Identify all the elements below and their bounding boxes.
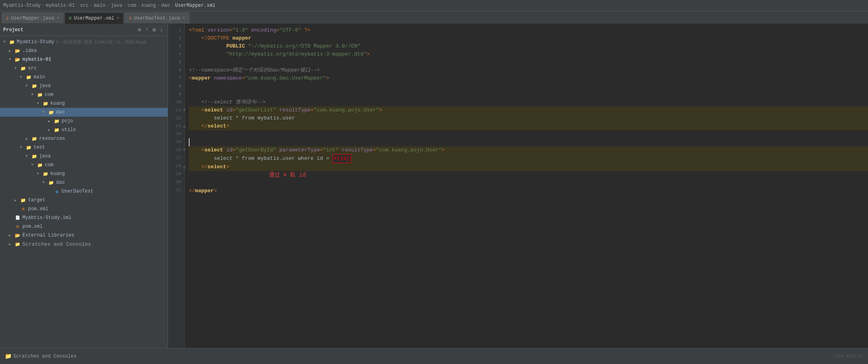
fold-arrow-18[interactable]: △ <box>183 163 186 171</box>
java-icon: J <box>6 16 9 21</box>
line-num-4: 4 <box>178 50 181 58</box>
id-val2: "getUserById" <box>236 146 276 154</box>
fold-arrow-16[interactable]: ▽ <box>183 146 186 154</box>
tree-label: Myabtis-Study.iml <box>22 215 71 221</box>
tree-item-utils[interactable]: ▶ 📁 utils <box>0 125 168 134</box>
tree-arrow: ▼ <box>26 84 31 88</box>
code-line-17: select * from mybatis.user where id = #{… <box>189 154 868 163</box>
tree-item-com[interactable]: ▼ 📁 com <box>0 90 168 99</box>
line-num-1: 1 <box>178 26 181 34</box>
breadcrumb-main[interactable]: main <box>94 3 106 8</box>
line-num-11: 11 <box>176 106 181 114</box>
lt: < <box>201 146 204 154</box>
folder-icon: 📁 <box>48 179 54 186</box>
folder-icon: 📂 <box>14 48 21 54</box>
scratches-text: Scratches and Consoles <box>13 354 76 359</box>
gt: > <box>326 74 329 82</box>
fold-arrow-13[interactable]: △ <box>183 122 186 130</box>
tree-item-external-libs[interactable]: ▶ 📂 External Libraries <box>0 231 168 240</box>
breadcrumb-mybatis-01[interactable]: mybatis-01 <box>46 3 75 8</box>
fold-arrow-11[interactable]: ▽ <box>183 106 186 114</box>
tab-usermapper-xml[interactable]: X UserMapper.xml × <box>64 12 124 24</box>
folder-icon: 📁 <box>48 109 54 115</box>
folder-icon: 📁 <box>37 91 43 98</box>
code-line-15 <box>189 138 868 146</box>
tab-close-usermapper-xml[interactable]: × <box>117 16 120 20</box>
tree-item-kuang[interactable]: ▼ 📁 kuang <box>0 99 168 108</box>
tree-item-main[interactable]: ▼ 📁 main <box>0 73 168 82</box>
tree-item-mybatis-01[interactable]: ▼ 📂 mybatis-01 <box>0 55 168 64</box>
line-num-19: 19 <box>176 170 181 178</box>
lt: < <box>201 106 204 114</box>
code-line-1: <?xml version="1.0" encoding="UTF-8" ?> <box>189 26 868 34</box>
version-attr: version <box>208 26 230 34</box>
tree-item-pom-xml[interactable]: m pom.xml <box>0 205 168 213</box>
eq2: = <box>320 146 323 154</box>
breadcrumb-sep-2: › <box>76 3 79 8</box>
line-num-15: 15 <box>176 138 181 146</box>
folder-icon: 📁 <box>54 127 60 133</box>
breadcrumb-java[interactable]: java <box>111 3 122 8</box>
line-num-16: 16 <box>176 146 181 154</box>
id-attr2: id <box>226 146 233 154</box>
tree-item-myabtis-study[interactable]: ▼ 📁 Myabtis-Study F:\班级管理\西开【19525】\2、代码… <box>0 38 168 46</box>
tree-item-java[interactable]: ▼ 📁 java <box>0 82 168 90</box>
tree-item-resources[interactable]: ▶ 📁 resources <box>0 134 168 143</box>
version-val: "1.0" <box>232 26 248 34</box>
tree-label: target <box>28 197 45 203</box>
tree-item-target[interactable]: ▶ 📁 target <box>0 196 168 205</box>
code-line-11: ▽ <select id="getUserList" resultType="c… <box>189 106 868 114</box>
tree-label: com <box>45 92 54 97</box>
prolog-end: ?> <box>304 26 311 34</box>
tree-item-scratches[interactable]: ▶ 📁 Scratches and Consoles <box>0 240 168 249</box>
tree-item-test-com[interactable]: ▼ 📁 com <box>0 161 168 169</box>
tree-item-test[interactable]: ▼ 📁 test <box>0 143 168 152</box>
tree-item-idea[interactable]: ▶ 📂 .idea <box>0 46 168 55</box>
breadcrumb-kuang[interactable]: kuang <box>142 3 156 8</box>
close-bracket: > <box>367 50 370 58</box>
tree-item-dao[interactable]: ▼ 📁 dao <box>0 108 168 117</box>
tree-arrow: ▼ <box>20 75 26 79</box>
tree-item-src[interactable]: ▼ 📁 src <box>0 64 168 73</box>
tree-arrow: ▶ <box>14 198 20 203</box>
sidebar-btn-expand[interactable]: ↓ <box>159 26 164 34</box>
breadcrumb-dao[interactable]: dao <box>161 3 170 8</box>
line-num-18: 18 <box>176 162 181 170</box>
tab-usermapper-java[interactable]: J UserMapper.java × <box>2 12 64 24</box>
tree-item-pojo[interactable]: ▶ 📁 pojo <box>0 117 168 125</box>
folder-icon: 📁 <box>9 39 15 45</box>
tree-path: F:\班级管理\西开【19525】\2、代码\Myab <box>56 39 147 45</box>
line-num-20: 20 <box>176 178 181 186</box>
indent <box>189 50 226 58</box>
line-num-8: 8 <box>178 82 181 90</box>
tree-item-test-kuang[interactable]: ▼ 📁 kuang <box>0 169 168 178</box>
sidebar-btn-settings[interactable]: ⚙ <box>151 26 157 34</box>
sidebar-btn-collapse[interactable]: ↑ <box>144 26 150 34</box>
folder-icon: 📁 <box>31 135 38 142</box>
tab-close-usermapper-java[interactable]: × <box>57 16 60 20</box>
tab-close-userdaotest[interactable]: × <box>182 16 185 20</box>
breadcrumb-src[interactable]: src <box>80 3 89 8</box>
rt-val: "com.kuang.pojo.User" <box>314 106 379 114</box>
namespace-comment: <!--namespace=绑定一个对应的Dao/Mapper接口--> <box>189 66 320 74</box>
breadcrumb-com[interactable]: com <box>128 3 136 8</box>
tree-item-test-dao[interactable]: ▼ 📁 dao <box>0 178 168 187</box>
tree-item-root-pom[interactable]: m pom.xml <box>0 222 168 231</box>
tab-userdaotest-java[interactable]: J UserDaoTest.java × <box>124 12 189 24</box>
sidebar-toolbar: ⊙ ↑ ⚙ ↓ <box>136 26 164 34</box>
rt-val2: "com.kuang.pojo.User" <box>376 146 442 154</box>
bottom-scratches[interactable]: 📁 Scratches and Consoles <box>5 353 76 360</box>
tree-item-test-java[interactable]: ▼ 📁 java <box>0 152 168 161</box>
tree-item-myabtis-iml[interactable]: 📄 Myabtis-Study.iml <box>0 213 168 222</box>
breadcrumb-myabtis-study[interactable]: Myabtis-Study <box>3 3 41 8</box>
folder-icon: 📁 <box>31 83 38 89</box>
tree-arrow: ▶ <box>48 128 54 132</box>
eq: = <box>232 146 236 154</box>
sidebar-btn-sync[interactable]: ⊙ <box>136 26 142 34</box>
tree-item-userdaotest[interactable]: ◉ UserDaoTest <box>0 187 168 196</box>
rt-attr2: resultType <box>342 146 373 154</box>
code-lines[interactable]: <?xml version="1.0" encoding="UTF-8" ?> … <box>185 24 868 348</box>
folder-icon: 📁 <box>42 100 49 107</box>
breadcrumb-usermapper-xml[interactable]: UserMapper.xml <box>175 3 216 8</box>
eq3: = <box>373 146 376 154</box>
